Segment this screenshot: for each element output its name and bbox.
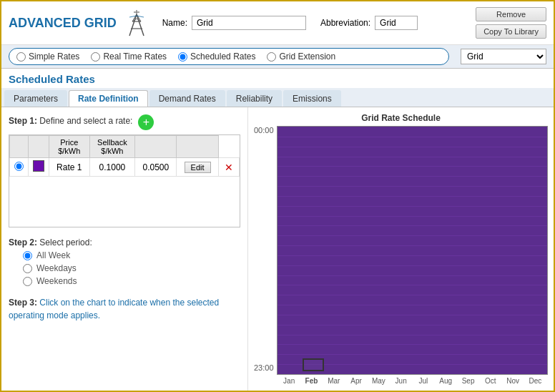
- rate-table-empty: [9, 177, 240, 227]
- grid-dropdown-wrapper: Grid: [461, 49, 546, 64]
- step3-text: Step 3: Click on the chart to indicate w…: [9, 296, 240, 322]
- rate-color-cell: [29, 158, 49, 177]
- rate-price-cell: 0.1000: [89, 158, 135, 177]
- grid-dropdown[interactable]: Grid: [461, 49, 546, 64]
- tower-icon: [122, 9, 151, 37]
- scheduled-rates-label: Scheduled Rates: [190, 52, 255, 62]
- tab-demand-rates[interactable]: Demand Rates: [149, 90, 225, 107]
- header: ADVANCED GRID Name: Abbreviation: Re: [1, 1, 554, 45]
- weekdays-option[interactable]: Weekdays: [23, 263, 240, 273]
- step1-section: Step 1: Define and select a rate: + Pric…: [9, 114, 240, 227]
- remove-button[interactable]: Remove: [476, 7, 546, 21]
- x-label-jan: Jan: [278, 377, 300, 385]
- col-price-label: Price$/kWh: [49, 136, 90, 158]
- header-buttons: Remove Copy To Library: [476, 7, 546, 39]
- main-container: ADVANCED GRID Name: Abbreviation: Re: [0, 0, 555, 392]
- rate-color-swatch: [33, 160, 44, 172]
- right-panel[interactable]: Grid Rate Schedule 00:00 23:00: [248, 107, 554, 391]
- realtime-rates-label: Real Time Rates: [103, 52, 167, 62]
- x-label-nov: Nov: [502, 377, 524, 385]
- step2-section: Step 2: Select period: All Week Weekdays…: [9, 237, 240, 286]
- tab-rate-definition[interactable]: Rate Definition: [69, 90, 148, 107]
- rate-radio-cell[interactable]: [10, 158, 29, 177]
- content-area: Step 1: Define and select a rate: + Pric…: [1, 107, 554, 391]
- col-delete: [177, 136, 218, 158]
- svg-line-3: [137, 14, 144, 36]
- delete-rate-icon[interactable]: ✕: [225, 162, 233, 173]
- rate-sellback-cell: 0.0500: [135, 158, 177, 177]
- col-color: [29, 136, 49, 158]
- weekends-label: Weekends: [36, 276, 77, 286]
- copy-to-library-button[interactable]: Copy To Library: [476, 24, 546, 39]
- x-label-jun: Jun: [390, 377, 412, 385]
- grid-extension-label: Grid Extension: [279, 52, 335, 62]
- x-label-dec: Dec: [524, 377, 546, 385]
- add-rate-button[interactable]: +: [138, 114, 154, 130]
- section-title: Scheduled Rates: [1, 69, 554, 88]
- chart-body: Jan Feb Mar Apr May Jun Jul Aug Sep Oct …: [277, 126, 548, 385]
- step3-section: Step 3: Click on the chart to indicate w…: [9, 296, 240, 322]
- step1-header: Step 1: Define and select a rate: +: [9, 114, 240, 130]
- tabs-bar: Parameters Rate Definition Demand Rates …: [1, 88, 554, 107]
- col-sellback-label: Sellback$/kWh: [89, 136, 135, 158]
- rate-name-cell: Rate 1: [49, 158, 90, 177]
- weekends-option[interactable]: Weekends: [23, 276, 240, 286]
- all-week-option[interactable]: All Week: [23, 250, 240, 260]
- y-label-bottom: 23:00: [254, 363, 274, 372]
- x-label-sep: Sep: [457, 377, 479, 385]
- rate-edit-cell[interactable]: Edit: [177, 158, 218, 177]
- all-week-label: All Week: [36, 250, 70, 260]
- step1-label: Step 1: Define and select a rate:: [9, 116, 132, 126]
- name-label: Name:: [162, 18, 187, 28]
- grid-extension-option[interactable]: Grid Extension: [267, 52, 335, 62]
- chart-selection: [303, 358, 324, 371]
- left-panel: Step 1: Define and select a rate: + Pric…: [1, 107, 248, 391]
- realtime-rates-option[interactable]: Real Time Rates: [91, 52, 167, 62]
- simple-rates-label: Simple Rates: [29, 52, 79, 62]
- chart-area: 00:00 23:00: [254, 126, 548, 385]
- x-label-may: May: [368, 377, 390, 385]
- abbr-input[interactable]: [375, 16, 418, 30]
- tab-emissions[interactable]: Emissions: [283, 90, 341, 107]
- edit-rate-button[interactable]: Edit: [185, 162, 211, 173]
- scheduled-rates-option[interactable]: Scheduled Rates: [178, 52, 255, 62]
- rate-table-wrapper: Price$/kWh Sellback$/kWh: [9, 134, 240, 227]
- x-label-jul: Jul: [412, 377, 434, 385]
- chart-y-labels: 00:00 23:00: [254, 126, 277, 385]
- rate-delete-cell[interactable]: ✕: [218, 158, 239, 177]
- step2-label: Step 2: Select period:: [9, 237, 92, 248]
- tab-reliability[interactable]: Reliability: [227, 90, 282, 107]
- x-label-oct: Oct: [479, 377, 501, 385]
- simple-rates-option[interactable]: Simple Rates: [16, 52, 79, 62]
- abbr-section: Abbreviation:: [320, 16, 418, 30]
- chart-x-labels: Jan Feb Mar Apr May Jun Jul Aug Sep Oct …: [277, 375, 548, 385]
- name-section: Name:: [162, 16, 306, 30]
- svg-line-2: [129, 14, 137, 36]
- x-label-mar: Mar: [323, 377, 345, 385]
- x-label-apr: Apr: [345, 377, 367, 385]
- x-label-aug: Aug: [435, 377, 457, 385]
- col-select: [10, 136, 29, 158]
- period-radio-group: All Week Weekdays Weekends: [9, 250, 240, 286]
- name-input[interactable]: [192, 16, 306, 30]
- rate-type-selector: Simple Rates Real Time Rates Scheduled R…: [9, 48, 449, 65]
- x-label-feb: Feb: [300, 377, 323, 385]
- chart-grid[interactable]: [277, 126, 548, 375]
- chart-grid-lines: [278, 127, 547, 374]
- chart-title: Grid Rate Schedule: [254, 113, 548, 123]
- app-title: ADVANCED GRID: [9, 16, 117, 31]
- rate-table: Price$/kWh Sellback$/kWh: [9, 135, 240, 177]
- tab-parameters[interactable]: Parameters: [4, 90, 67, 107]
- y-label-top: 00:00: [254, 126, 274, 134]
- abbr-label: Abbreviation:: [320, 18, 370, 28]
- table-row: Rate 1 0.1000 0.0500 Edit ✕: [10, 158, 240, 177]
- col-edit: [135, 136, 177, 158]
- weekdays-label: Weekdays: [36, 263, 77, 273]
